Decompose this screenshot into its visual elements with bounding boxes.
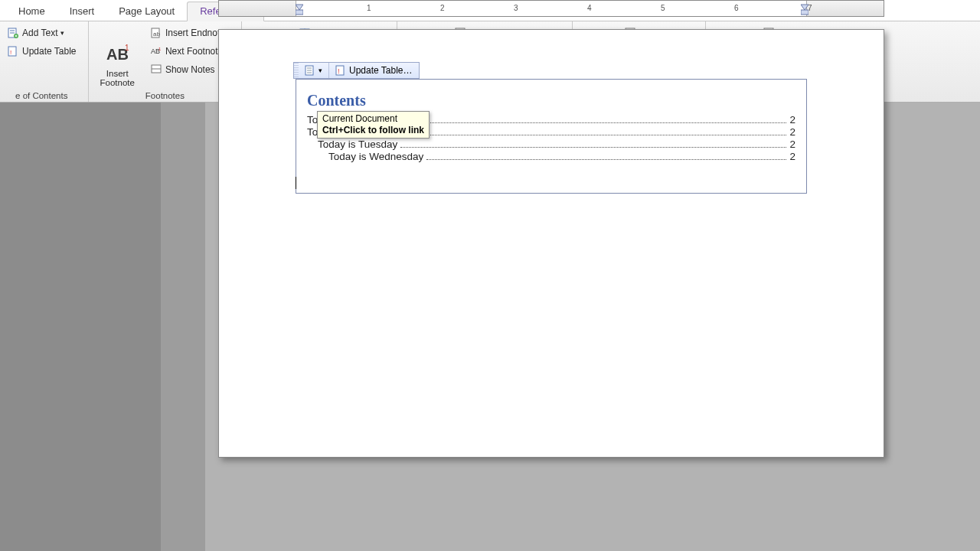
ruler-number: 6	[734, 4, 739, 12]
toc-title: Contents	[307, 92, 795, 109]
svg-marker-59	[801, 5, 808, 10]
update-toc-button[interactable]: ! Update Table	[2, 43, 82, 60]
tab-page-layout[interactable]: Page Layout	[106, 2, 187, 21]
svg-rect-58	[296, 10, 303, 15]
ruler-number: 5	[661, 4, 665, 12]
toc-menu-button[interactable]: ▾	[299, 63, 329, 78]
svg-text:ab: ab	[153, 31, 160, 37]
next-footnote-label: Next Footnote	[165, 46, 223, 57]
right-indent-marker[interactable]	[801, 1, 808, 16]
toc-entry-text: Today is Wednesday	[328, 151, 423, 162]
insert-footnote-caption: Insert Footnote	[100, 69, 135, 87]
svg-text:!: !	[10, 49, 11, 56]
toc-update-label: Update Table…	[349, 65, 413, 76]
tab-insert[interactable]: Insert	[57, 2, 107, 21]
svg-marker-57	[296, 5, 303, 10]
toc-entry-page: 2	[789, 139, 795, 150]
insert-footnote-icon: AB1	[105, 43, 129, 67]
tab-home[interactable]: Home	[6, 2, 57, 21]
toc-menu-icon	[305, 65, 315, 76]
endnote-icon: ab	[150, 27, 162, 39]
document-page[interactable]: ▾ ! Update Table… Contents Tod2Tod2Today…	[218, 29, 884, 458]
ruler-number: 4	[587, 4, 592, 12]
update-table-icon: !	[7, 45, 19, 57]
toc-entry-page: 2	[789, 126, 795, 138]
text-caret	[296, 177, 296, 189]
toc-field-handle: ▾ ! Update Table…	[293, 62, 420, 79]
toc-entry-text: Today is Tuesday	[318, 139, 397, 150]
update-toc-label: Update Table	[22, 46, 77, 57]
left-indent-marker[interactable]	[296, 1, 303, 16]
svg-text:1: 1	[158, 47, 162, 51]
show-notes-icon	[150, 64, 162, 76]
insert-endnote-label: Insert Endnote	[165, 28, 225, 38]
toc-entry-page: 2	[789, 114, 795, 126]
toc-update-icon: !	[335, 65, 346, 76]
group-label-toc: e of Contents	[2, 90, 82, 100]
ruler-number: 1	[367, 4, 371, 12]
tooltip-line1: Current Document	[322, 113, 424, 125]
group-label-footnotes: Footnotes	[95, 90, 236, 100]
ruler-inner	[296, 1, 807, 16]
svg-rect-60	[801, 10, 808, 15]
svg-text:!: !	[338, 67, 340, 75]
next-footnote-icon: AB1	[150, 45, 162, 57]
toc-leader	[400, 147, 786, 148]
toc-field[interactable]: ▾ ! Update Table… Contents Tod2Tod2Today…	[296, 79, 807, 194]
toc-entry[interactable]: Today is Wednesday2	[307, 151, 795, 162]
toc-update-button[interactable]: ! Update Table…	[329, 63, 419, 78]
svg-text:1: 1	[125, 44, 129, 52]
toc-entry-page: 2	[789, 151, 795, 162]
show-notes-label: Show Notes	[165, 64, 215, 75]
ruler-number: 3	[514, 4, 518, 12]
horizontal-ruler[interactable]: 1234567	[218, 0, 884, 17]
insert-footnote-button[interactable]: AB1 Insert Footnote	[95, 24, 140, 90]
bg-panel-left-2	[161, 103, 205, 551]
group-table-of-contents: Add Text ▾ ! Update Table e of Contents	[0, 21, 89, 102]
add-text-icon	[7, 27, 19, 39]
toc-entry[interactable]: Today is Tuesday2	[307, 139, 795, 150]
tooltip-line2: Ctrl+Click to follow link	[322, 125, 424, 136]
ruler-number: 2	[440, 4, 445, 12]
bg-panel-left	[0, 103, 161, 551]
hyperlink-tooltip: Current Document Ctrl+Click to follow li…	[317, 111, 430, 139]
add-text-button[interactable]: Add Text ▾	[2, 24, 82, 41]
add-text-label: Add Text	[22, 28, 57, 38]
toc-leader	[426, 159, 786, 160]
